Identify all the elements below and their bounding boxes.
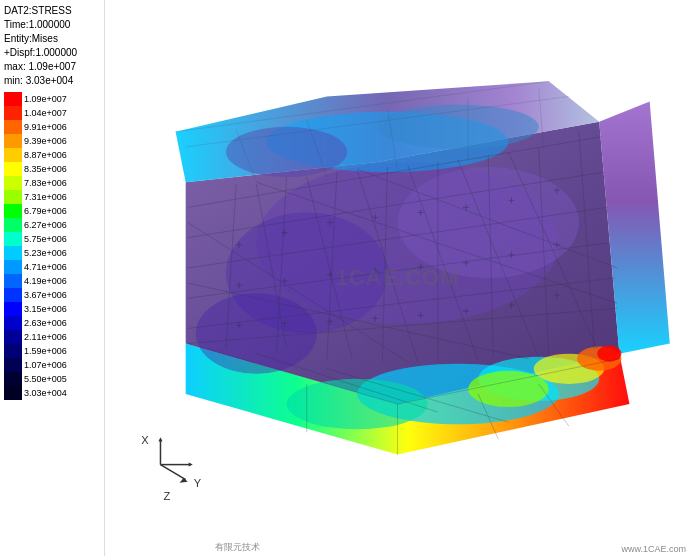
legend-item: 2.63e+006: [4, 316, 100, 330]
legend-color-swatch: [4, 120, 22, 134]
legend-color-swatch: [4, 218, 22, 232]
legend-color-swatch: [4, 246, 22, 260]
svg-point-11: [468, 371, 549, 407]
legend-value-label: 9.39e+006: [24, 136, 67, 146]
svg-line-105: [160, 465, 185, 480]
legend-item: 5.23e+006: [4, 246, 100, 260]
legend-item: 4.19e+006: [4, 274, 100, 288]
legend-item: 5.75e+006: [4, 232, 100, 246]
svg-marker-110: [158, 437, 162, 441]
legend-item: 5.50e+005: [4, 372, 100, 386]
legend-color-swatch: [4, 92, 22, 106]
legend-item: 8.87e+006: [4, 148, 100, 162]
legend-color-swatch: [4, 358, 22, 372]
legend-item: 9.91e+006: [4, 120, 100, 134]
svg-marker-108: [180, 478, 188, 483]
legend-value-label: 5.50e+005: [24, 374, 67, 384]
legend-color-swatch: [4, 176, 22, 190]
legend-color-swatch: [4, 274, 22, 288]
min-label: min: 3.03e+004: [4, 74, 100, 88]
svg-text:X: X: [141, 434, 149, 446]
fem-visualization: Z Y X: [105, 0, 690, 556]
legend-value-label: 6.27e+006: [24, 220, 67, 230]
time-label: Time:1.000000: [4, 18, 100, 32]
legend-item: 9.39e+006: [4, 134, 100, 148]
main-container: DAT2:STRESS Time:1.000000 Entity:Mises +…: [0, 0, 690, 556]
legend-item: 3.67e+006: [4, 288, 100, 302]
legend-value-label: 5.75e+006: [24, 234, 67, 244]
legend-color-swatch: [4, 386, 22, 400]
legend-color-swatch: [4, 288, 22, 302]
legend-value-label: 1.59e+006: [24, 346, 67, 356]
legend-value-label: 2.11e+006: [24, 332, 67, 342]
max-label: max: 1.09e+007: [4, 60, 100, 74]
legend-item: 4.71e+006: [4, 260, 100, 274]
svg-point-14: [597, 346, 621, 362]
legend-color-swatch: [4, 302, 22, 316]
legend-color-swatch: [4, 260, 22, 274]
legend-item: 1.07e+006: [4, 358, 100, 372]
legend-item: 2.11e+006: [4, 330, 100, 344]
legend-value-label: 3.67e+006: [24, 290, 67, 300]
legend-item: 6.27e+006: [4, 218, 100, 232]
legend-info: DAT2:STRESS Time:1.000000 Entity:Mises +…: [4, 4, 100, 88]
legend-value-label: 7.83e+006: [24, 178, 67, 188]
legend-item: 3.03e+004: [4, 386, 100, 400]
legend-color-swatch: [4, 204, 22, 218]
visualization-area: Z Y X 1CAE.COM www.1CAE.com 有限元技术: [105, 0, 690, 556]
legend-item: 1.59e+006: [4, 344, 100, 358]
dat2-label: DAT2:STRESS: [4, 4, 100, 18]
legend-value-label: 3.03e+004: [24, 388, 67, 398]
legend-value-label: 3.15e+006: [24, 304, 67, 314]
legend-value-label: 4.19e+006: [24, 276, 67, 286]
legend-color-swatch: [4, 344, 22, 358]
legend-item: 8.35e+006: [4, 162, 100, 176]
legend-color-swatch: [4, 372, 22, 386]
legend-item: 1.09e+007: [4, 92, 100, 106]
entity-label: Entity:Mises: [4, 32, 100, 46]
legend-color-swatch: [4, 148, 22, 162]
legend-value-label: 4.71e+006: [24, 262, 67, 272]
legend-value-label: 8.35e+006: [24, 164, 67, 174]
legend-value-label: 9.91e+006: [24, 122, 67, 132]
legend-value-label: 8.87e+006: [24, 150, 67, 160]
legend-color-swatch: [4, 232, 22, 246]
legend-color-swatch: [4, 190, 22, 204]
legend-color-swatch: [4, 106, 22, 120]
dispf-label: +Dispf:1.000000: [4, 46, 100, 60]
svg-point-17: [226, 127, 347, 177]
legend-item: 6.79e+006: [4, 204, 100, 218]
legend-color-swatch: [4, 134, 22, 148]
legend-value-label: 1.09e+007: [24, 94, 67, 104]
legend-item: 7.31e+006: [4, 190, 100, 204]
content-area: DAT2:STRESS Time:1.000000 Entity:Mises +…: [0, 0, 690, 556]
legend-item: 3.15e+006: [4, 302, 100, 316]
legend-item: 1.04e+007: [4, 106, 100, 120]
svg-marker-109: [189, 463, 193, 467]
legend-item: 7.83e+006: [4, 176, 100, 190]
svg-text:Y: Y: [194, 477, 202, 489]
legend-color-swatch: [4, 162, 22, 176]
color-legend: 1.09e+0071.04e+0079.91e+0069.39e+0068.87…: [4, 92, 100, 552]
bottom-left-watermark: 有限元技术: [215, 541, 260, 554]
legend-value-label: 5.23e+006: [24, 248, 67, 258]
legend-value-label: 1.07e+006: [24, 360, 67, 370]
svg-point-7: [196, 293, 317, 374]
legend-value-label: 2.63e+006: [24, 318, 67, 328]
legend-color-swatch: [4, 330, 22, 344]
legend-color-swatch: [4, 316, 22, 330]
svg-point-9: [287, 379, 428, 429]
svg-text:Z: Z: [164, 490, 171, 502]
bottom-watermark: www.1CAE.com: [621, 544, 686, 554]
legend-value-label: 7.31e+006: [24, 192, 67, 202]
legend-value-label: 6.79e+006: [24, 206, 67, 216]
legend-panel: DAT2:STRESS Time:1.000000 Entity:Mises +…: [0, 0, 105, 556]
svg-point-6: [398, 167, 580, 278]
legend-value-label: 1.04e+007: [24, 108, 67, 118]
